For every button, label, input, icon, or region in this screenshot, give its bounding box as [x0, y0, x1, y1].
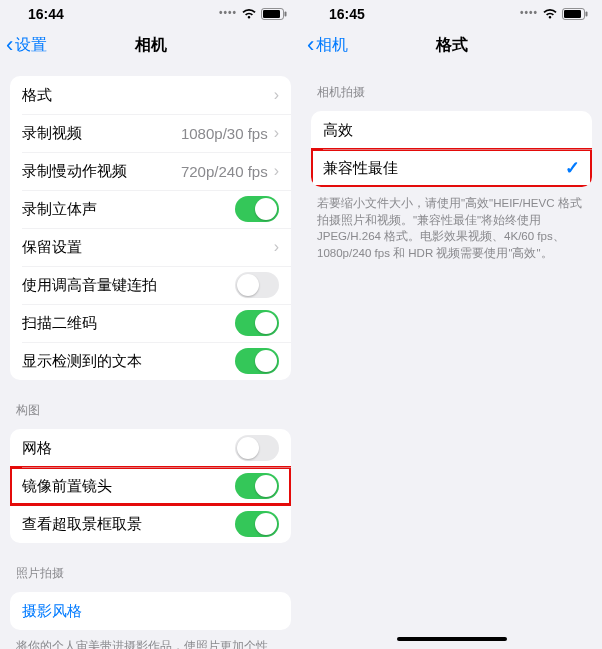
- row-format[interactable]: 格式 ›: [10, 76, 291, 114]
- switch-mirror-front[interactable]: [235, 473, 279, 499]
- row-record-slomo[interactable]: 录制慢动作视频 720p/240 fps ›: [10, 152, 291, 190]
- switch-outside-frame[interactable]: [235, 511, 279, 537]
- status-bar: 16:45 ••••: [315, 6, 588, 26]
- chevron-right-icon: ›: [274, 162, 279, 180]
- wifi-icon: [542, 8, 558, 20]
- cellular-dots-icon: ••••: [520, 10, 538, 16]
- battery-icon: [562, 8, 588, 20]
- svg-rect-4: [564, 10, 581, 18]
- switch-grid[interactable]: [235, 435, 279, 461]
- section-header-capture: 照片拍摄: [0, 543, 301, 588]
- svg-rect-2: [285, 12, 287, 17]
- group-format: 高效 兼容性最佳 ✓: [311, 111, 592, 187]
- back-label: 设置: [15, 35, 47, 56]
- group-styles: 摄影风格: [10, 592, 291, 630]
- wifi-icon: [241, 8, 257, 20]
- group-composition: 网格 镜像前置镜头 查看超取景框取景: [10, 429, 291, 543]
- camera-settings-screen: 16:44 •••• ‹ 设置 相机 格式 › 录制视频 1080p/30 fp…: [0, 0, 301, 649]
- group-main: 格式 › 录制视频 1080p/30 fps › 录制慢动作视频 720p/24…: [10, 76, 291, 380]
- chevron-right-icon: ›: [274, 124, 279, 142]
- page-title: 相机: [135, 35, 167, 56]
- chevron-left-icon: ‹: [6, 36, 13, 54]
- section-header-composition: 构图: [0, 380, 301, 425]
- row-detect-text: 显示检测到的文本: [10, 342, 291, 380]
- row-most-compatible[interactable]: 兼容性最佳 ✓: [311, 149, 592, 187]
- row-grid: 网格: [10, 429, 291, 467]
- svg-rect-5: [586, 12, 588, 17]
- chevron-left-icon: ‹: [307, 36, 314, 54]
- back-label: 相机: [316, 35, 348, 56]
- nav-bar: ‹ 设置 相机: [0, 28, 301, 62]
- chevron-right-icon: ›: [274, 86, 279, 104]
- format-footer: 若要缩小文件大小，请使用"高效"HEIF/HEVC 格式拍摄照片和视频。"兼容性…: [301, 187, 602, 262]
- switch-stereo[interactable]: [235, 196, 279, 222]
- back-button[interactable]: ‹ 设置: [6, 35, 47, 56]
- switch-detect-text[interactable]: [235, 348, 279, 374]
- nav-bar: ‹ 相机 格式: [301, 28, 602, 62]
- row-qr: 扫描二维码: [10, 304, 291, 342]
- status-time: 16:45: [329, 6, 365, 22]
- section-header-capture: 相机拍摄: [301, 62, 602, 107]
- content: 格式 › 录制视频 1080p/30 fps › 录制慢动作视频 720p/24…: [0, 76, 301, 649]
- row-styles[interactable]: 摄影风格: [10, 592, 291, 630]
- row-stereo: 录制立体声: [10, 190, 291, 228]
- row-preserve[interactable]: 保留设置 ›: [10, 228, 291, 266]
- styles-footer: 将你的个人审美带进摄影作品，使照片更加个性化。"摄影风格"使用先进的场景理解技术…: [0, 630, 301, 649]
- content: 相机拍摄 高效 兼容性最佳 ✓ 若要缩小文件大小，请使用"高效"HEIF/HEV…: [301, 62, 602, 262]
- page-title: 格式: [436, 35, 468, 56]
- status-icons: ••••: [520, 8, 588, 20]
- chevron-right-icon: ›: [274, 238, 279, 256]
- status-icons: ••••: [219, 8, 287, 20]
- battery-icon: [261, 8, 287, 20]
- row-high-efficiency[interactable]: 高效: [311, 111, 592, 149]
- row-mirror-front: 镜像前置镜头: [10, 467, 291, 505]
- row-burst: 使用调高音量键连拍: [10, 266, 291, 304]
- svg-rect-1: [263, 10, 280, 18]
- row-outside-frame: 查看超取景框取景: [10, 505, 291, 543]
- status-bar: 16:44 ••••: [14, 6, 287, 26]
- checkmark-icon: ✓: [565, 157, 580, 179]
- row-record-video[interactable]: 录制视频 1080p/30 fps ›: [10, 114, 291, 152]
- cellular-dots-icon: ••••: [219, 10, 237, 16]
- home-indicator[interactable]: [397, 637, 507, 641]
- back-button[interactable]: ‹ 相机: [307, 35, 348, 56]
- switch-burst[interactable]: [235, 272, 279, 298]
- status-time: 16:44: [28, 6, 64, 22]
- switch-qr[interactable]: [235, 310, 279, 336]
- formats-screen: 16:45 •••• ‹ 相机 格式 相机拍摄 高效 兼容性最佳 ✓ 若要缩小文…: [301, 0, 602, 649]
